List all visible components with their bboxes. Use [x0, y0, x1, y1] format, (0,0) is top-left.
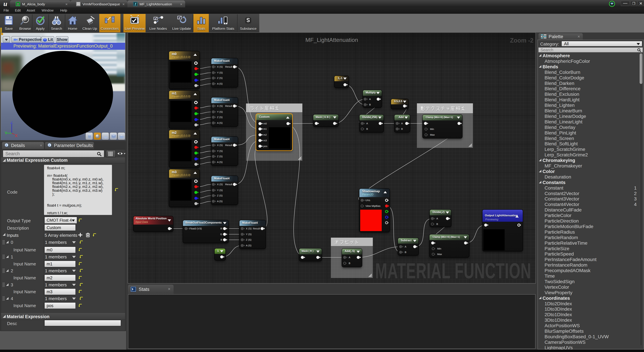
svg-text:Y: Y — [4, 131, 7, 136]
svg-text:i: i — [6, 144, 7, 147]
svg-text:X: X — [15, 133, 18, 138]
svg-text:Z: Z — [10, 121, 13, 125]
svg-text:i: i — [49, 144, 50, 147]
